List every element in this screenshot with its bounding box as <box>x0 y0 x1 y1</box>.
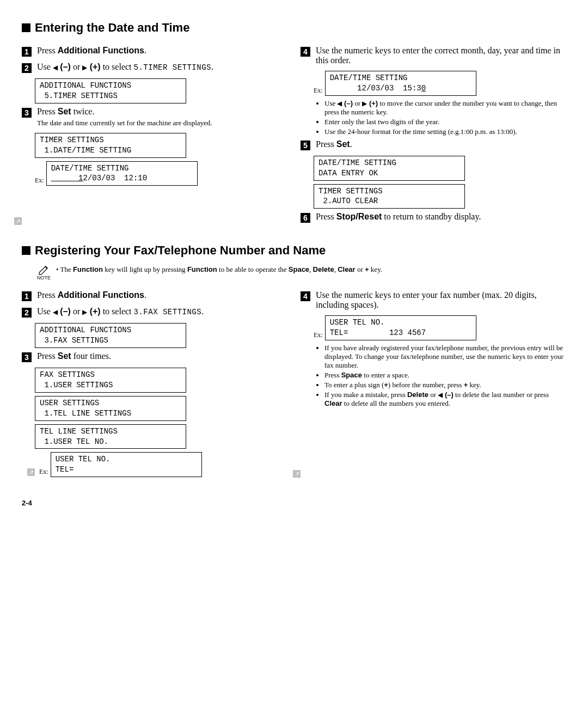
key-label: Set <box>58 351 71 361</box>
s1-step6: 6 Press Stop/Reset to return to standby … <box>301 212 566 223</box>
key-label: (–) <box>443 391 454 399</box>
text: to enter a space. <box>362 371 409 379</box>
text: If you make a mistake, press <box>324 391 407 399</box>
key-label: Set <box>336 139 350 149</box>
step-number: 1 <box>22 47 32 57</box>
list-item: To enter a plus sign (+) before the numb… <box>324 381 566 389</box>
key-label: (+) <box>367 99 378 107</box>
text: . <box>201 307 204 316</box>
triangle-right-icon <box>362 99 367 107</box>
text: Press <box>37 290 58 300</box>
text: Use <box>37 307 53 316</box>
note-text: • The Function key will light up by pres… <box>56 265 382 274</box>
lcd-display: DATE/TIME SETTING 12/03/03 15:30 <box>325 71 476 96</box>
lcd-display: TIMER SETTINGS 1.DATE/TIME SETTING <box>35 133 186 158</box>
step-number: 3 <box>22 352 32 362</box>
cursor-char: 1 <box>51 174 83 182</box>
text: key will light up by pressing <box>103 265 187 273</box>
text: Press <box>324 371 341 379</box>
text: . <box>350 139 352 149</box>
key-label: Space <box>289 265 309 273</box>
lcd-display: USER SETTINGS 1.TEL LINE SETTINGS <box>35 396 186 421</box>
text: or <box>71 62 82 71</box>
s2-step2: 2 Use (–) or (+) to select 3.FAX SETTING… <box>22 307 287 318</box>
menu-code: 5.TIMER SETTINGS <box>134 63 211 72</box>
page-number: 2-4 <box>22 499 566 507</box>
lcd-with-ex: Ex: DATE/TIME SETTING 12/03/03 15:30 <box>314 71 566 96</box>
key-label: Additional Functions <box>58 46 144 55</box>
text: Use <box>324 99 337 107</box>
section2-right-col: 4 Use the numeric keys to enter your fax… <box>301 287 566 480</box>
text: Press <box>37 107 58 116</box>
list-item: Press Space to enter a space. <box>324 371 566 380</box>
text: . <box>211 62 213 71</box>
note-label: NOTE <box>37 275 51 280</box>
lcd-display: USER TEL NO. TEL= <box>51 452 202 477</box>
lcd-display: USER TEL NO. TEL= 123 4567 <box>325 315 476 340</box>
text: The <box>60 265 73 273</box>
key-label: Function <box>187 265 217 273</box>
cursor-char: 0 <box>421 84 426 93</box>
lcd-display: TIMER SETTINGS 2.AUTO CLEAR <box>314 184 465 209</box>
heading-square-icon <box>22 23 30 32</box>
key-label: Clear <box>338 265 356 273</box>
text: Press <box>37 46 58 55</box>
triangle-left-icon <box>53 62 58 71</box>
s2-step1: 1 Press Additional Functions. <box>22 290 287 301</box>
step-number: 6 <box>301 213 310 223</box>
lcd-display: DATE/TIME SETTING 12/03/03 12:10 <box>46 161 198 186</box>
lcd-display: TEL LINE SETTINGS 1.USER TEL NO. <box>35 424 186 449</box>
triangle-right-icon <box>82 62 87 71</box>
example-label: Ex: <box>314 87 323 95</box>
list-item: Enter only the last two digits of the ye… <box>324 118 566 126</box>
triangle-left-icon <box>53 307 58 316</box>
example-label: Ex: <box>314 331 323 339</box>
s1-step4: 4 Use the numeric keys to enter the corr… <box>301 46 566 65</box>
lcd-display: ADDITIONAL FUNCTIONS 3.FAX SETTINGS <box>35 323 186 348</box>
list-item: Use the 24-hour format for the time sett… <box>324 127 566 136</box>
section1-columns: 1 Press Additional Functions. 2 Use (–) … <box>22 42 566 228</box>
example-label: Ex: <box>35 176 44 185</box>
text: to select <box>101 307 134 316</box>
text: . <box>144 290 146 300</box>
lcd-line: 2/03/03 12:10 <box>83 174 147 182</box>
key-label: + <box>384 381 388 389</box>
text: twice. <box>71 107 95 116</box>
section2-heading: Registering Your Fax/Telephone Number an… <box>22 243 566 258</box>
text: Press <box>316 139 336 149</box>
lcd-line: DATE/TIME SETTING <box>330 74 408 82</box>
substep-text: The date and time currently set for the … <box>37 119 287 127</box>
text: Use <box>37 62 53 71</box>
s1-step1: 1 Press Additional Functions. <box>22 46 287 57</box>
key-label: (–) <box>58 62 71 71</box>
text: Press <box>37 351 58 361</box>
pencil-icon <box>38 265 50 275</box>
bullet-list: Use (–) or (+) to move the cursor under … <box>316 99 566 136</box>
key-label: Additional Functions <box>58 290 144 300</box>
key-label: Set <box>58 107 71 116</box>
step-number: 3 <box>22 108 32 118</box>
s1-step3: 3 Press Set twice. The date and time cur… <box>22 107 287 127</box>
note-row: NOTE • The Function key will light up by… <box>37 265 566 280</box>
text: to be able to operate the <box>217 265 289 273</box>
continue-arrow-icon: ↗ <box>293 470 301 478</box>
note-icon: NOTE <box>37 265 51 280</box>
list-item: Use (–) or (+) to move the cursor under … <box>324 99 566 117</box>
step-number: 2 <box>22 63 32 73</box>
s1-step2: 2 Use (–) or (+) to select 5.TIMER SETTI… <box>22 62 287 73</box>
menu-code: 3.FAX SETTINGS <box>134 308 202 316</box>
continue-arrow-icon: ↗ <box>14 217 22 225</box>
text: to return to standby display. <box>382 212 481 221</box>
text: to select <box>101 62 134 71</box>
text: to delete the last number or press <box>454 391 549 399</box>
lcd-with-ex: Ex: USER TEL NO. TEL= 123 4567 <box>314 315 566 340</box>
key-label: Delete <box>407 391 428 399</box>
lcd-line: DATE/TIME SETTING <box>51 164 129 173</box>
bullet-list: If you have already registered your fax/… <box>316 344 566 408</box>
heading-square-icon <box>22 246 30 255</box>
step-text: Use the numeric keys to enter your fax n… <box>316 290 566 310</box>
text: . <box>144 46 146 55</box>
step-text: Use the numeric keys to enter the correc… <box>316 46 566 65</box>
lcd-with-ex: ↗ Ex: USER TEL NO. TEL= <box>35 452 287 477</box>
step-number: 2 <box>22 308 32 318</box>
